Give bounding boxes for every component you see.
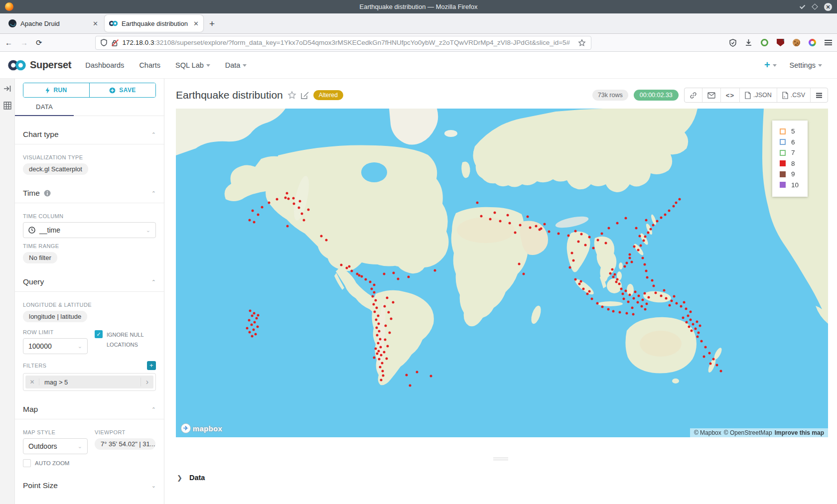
extension-green-icon[interactable] — [761, 39, 768, 46]
earthquake-point[interactable] — [646, 276, 649, 279]
earthquake-point[interactable] — [284, 196, 286, 199]
earthquake-point[interactable] — [648, 296, 650, 298]
earthquake-point[interactable] — [570, 252, 573, 254]
earthquake-point[interactable] — [494, 211, 496, 214]
nav-settings[interactable]: Settings — [790, 61, 822, 69]
earthquake-point[interactable] — [286, 225, 288, 227]
earthquake-point[interactable] — [298, 200, 301, 203]
earthquake-point[interactable] — [620, 288, 623, 290]
earthquake-point[interactable] — [383, 305, 386, 307]
earthquake-point[interactable] — [692, 323, 695, 325]
earthquake-point[interactable] — [256, 326, 259, 328]
earthquake-point[interactable] — [627, 301, 630, 303]
mapbox-logo[interactable]: ✈ mapbox — [181, 423, 222, 433]
earthquake-point[interactable] — [611, 268, 613, 270]
earthquake-point[interactable] — [638, 295, 640, 297]
earthquake-point[interactable] — [591, 298, 593, 300]
earthquake-point[interactable] — [568, 266, 571, 268]
earthquake-point[interactable] — [256, 317, 258, 320]
section-chart-type[interactable]: Chart type ⌃ — [23, 116, 156, 144]
earthquake-point[interactable] — [663, 289, 666, 291]
earthquake-point[interactable] — [375, 318, 377, 321]
earthquake-point[interactable] — [615, 281, 617, 283]
earthquake-point[interactable] — [629, 253, 631, 256]
earthquake-point[interactable] — [670, 300, 673, 302]
embed-code-button[interactable]: <> — [720, 88, 739, 102]
bookmark-star-icon[interactable] — [578, 39, 586, 47]
earthquake-point[interactable] — [629, 257, 631, 259]
earthquake-point[interactable] — [300, 212, 303, 215]
earthquake-point[interactable] — [596, 302, 598, 304]
earthquake-point[interactable] — [376, 306, 378, 309]
section-time[interactable]: Time ⌃ — [23, 175, 156, 203]
earthquake-point[interactable] — [248, 219, 251, 221]
earthquake-point[interactable] — [489, 218, 491, 220]
earthquake-point[interactable] — [383, 272, 385, 275]
earthquake-point[interactable] — [361, 275, 363, 278]
earthquake-point[interactable] — [397, 277, 400, 280]
earthquake-point[interactable] — [429, 375, 432, 378]
attr-mapbox[interactable]: © Mapbox — [694, 429, 721, 436]
earthquake-point[interactable] — [381, 370, 384, 372]
earthquake-point[interactable] — [374, 347, 377, 350]
earthquake-point[interactable] — [704, 346, 706, 349]
earthquake-point[interactable] — [276, 198, 278, 201]
earthquake-point[interactable] — [582, 288, 585, 290]
earthquake-point[interactable] — [383, 351, 385, 354]
earthquake-point[interactable] — [476, 201, 478, 204]
edit-properties-icon[interactable] — [301, 91, 309, 99]
run-button[interactable]: RUN — [23, 83, 89, 97]
earthquake-point[interactable] — [596, 239, 599, 242]
earthquake-point[interactable] — [638, 235, 641, 238]
earthquake-point[interactable] — [588, 290, 590, 292]
earthquake-point[interactable] — [387, 311, 390, 314]
earthquake-point[interactable] — [253, 312, 256, 315]
earthquake-point[interactable] — [642, 256, 644, 259]
earthquake-point[interactable] — [651, 279, 653, 281]
earthquake-point[interactable] — [680, 305, 683, 307]
earthquake-point[interactable] — [579, 280, 582, 282]
expand-panel-icon[interactable] — [3, 85, 11, 93]
earthquake-point[interactable] — [712, 358, 714, 360]
earthquake-point[interactable] — [600, 232, 603, 235]
earthquake-point[interactable] — [374, 310, 376, 313]
export-json-button[interactable]: .JSON — [739, 88, 777, 102]
menu-icon[interactable] — [825, 40, 832, 45]
earthquake-point[interactable] — [380, 379, 383, 381]
earthquake-point[interactable] — [249, 309, 252, 312]
insecure-lock-icon[interactable] — [112, 39, 118, 46]
earthquake-point[interactable] — [689, 319, 692, 321]
earthquake-point[interactable] — [302, 219, 305, 221]
earthquake-point[interactable] — [480, 215, 482, 218]
earthquake-point[interactable] — [379, 366, 381, 368]
earthquake-point[interactable] — [372, 303, 375, 305]
browser-tab-druid[interactable]: Apache Druid ✕ — [4, 15, 103, 32]
earthquake-point[interactable] — [720, 370, 722, 372]
export-csv-button[interactable]: x .CSV — [777, 88, 810, 102]
expand-filter-icon[interactable]: › — [140, 378, 153, 386]
earthquake-point[interactable] — [619, 311, 621, 314]
earthquake-point[interactable] — [348, 265, 351, 267]
earthquake-point[interactable] — [385, 325, 387, 327]
earthquake-point[interactable] — [586, 293, 588, 295]
earthquake-point[interactable] — [248, 331, 251, 333]
earthquake-point[interactable] — [644, 235, 647, 238]
window-maximize-icon[interactable] — [812, 3, 818, 10]
earthquake-point[interactable] — [248, 319, 250, 322]
earthquake-point[interactable] — [697, 332, 699, 334]
earthquake-point[interactable] — [632, 313, 634, 315]
earthquake-point[interactable] — [601, 305, 604, 308]
earthquake-point[interactable] — [374, 299, 377, 301]
nav-data[interactable]: Data — [225, 61, 247, 69]
copy-link-button[interactable] — [685, 88, 702, 102]
earthquake-point[interactable] — [519, 224, 522, 227]
earthquake-point[interactable] — [676, 302, 678, 305]
earthquake-point[interactable] — [625, 217, 627, 220]
row-limit-select[interactable]: 100000 ⌄ — [23, 338, 88, 354]
new-chart-button[interactable]: + — [764, 59, 777, 71]
earthquake-point[interactable] — [373, 283, 375, 286]
earthquake-point[interactable] — [393, 272, 395, 274]
earthquake-point[interactable] — [637, 249, 640, 252]
earthquake-point[interactable] — [287, 197, 290, 200]
earthquake-point[interactable] — [529, 226, 531, 229]
